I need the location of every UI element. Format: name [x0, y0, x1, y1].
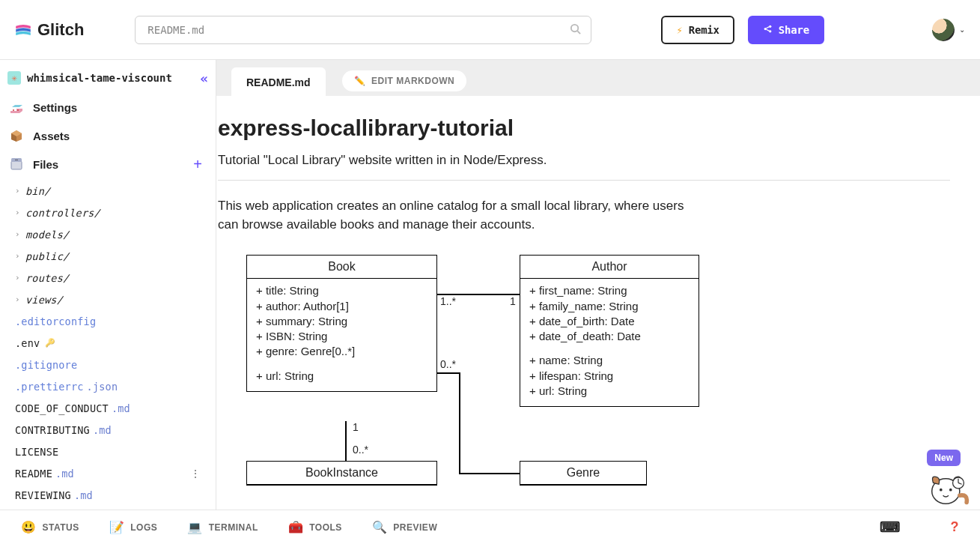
chevron-right-icon: › [15, 229, 22, 239]
file-item[interactable]: CODE_OF_CONDUCT.md⋮ [0, 397, 216, 419]
svg-point-3 [769, 25, 771, 27]
collapse-sidebar-icon[interactable]: « [200, 70, 208, 86]
uml-author-title: Author [520, 256, 699, 279]
assets-label: Assets [33, 130, 70, 142]
project-selector[interactable]: ✳ whimsical-tame-viscount « [0, 63, 216, 93]
svg-line-1 [578, 31, 581, 34]
doc-paragraph: This web application creates an online c… [218, 197, 704, 234]
bottom-bar: 😃STATUS 📝LOGS 💻TERMINAL 🧰TOOLS 🔍PREVIEW … [0, 510, 980, 544]
avatar [932, 19, 955, 41]
tab-readme[interactable]: README.md [231, 67, 326, 96]
chevron-right-icon: › [15, 273, 22, 282]
uml-mult-book-instance-one: 1 [351, 421, 360, 433]
uml-bookinstance-title: BookInstance [247, 462, 436, 485]
file-item[interactable]: .gitignore⋮ [0, 354, 216, 375]
file-item[interactable]: .prettierrc.json⋮ [0, 375, 216, 397]
edit-markdown-label: EDIT MARKDOWN [371, 76, 454, 86]
assets-icon [9, 128, 24, 143]
svg-point-4 [769, 30, 771, 32]
new-badge[interactable]: New [927, 450, 961, 466]
file-tree: › bin/› controllers/› models/› public/› … [0, 178, 216, 510]
file-item[interactable]: .env🔑⋮ [0, 332, 216, 354]
file-more-icon[interactable]: ⋮ [191, 468, 201, 479]
svg-point-7 [13, 109, 14, 111]
preview-icon: 🔍 [372, 520, 388, 534]
lightning-icon: ⚡ [676, 24, 682, 36]
keyboard-shortcuts-button[interactable]: ⌨︎ [880, 519, 898, 536]
search-field-wrap [135, 16, 591, 44]
add-file-button[interactable]: + [193, 156, 207, 173]
logs-icon: 📝 [109, 520, 125, 534]
chevron-right-icon: › [15, 208, 22, 217]
uml-mult-book-author-left: 1..* [439, 295, 457, 307]
tab-bar: README.md ✏️ EDIT MARKDOWN [216, 60, 980, 96]
folder-item[interactable]: › views/ [0, 288, 216, 310]
project-icon: ✳ [7, 71, 21, 85]
share-label: Share [779, 24, 809, 36]
remix-label: Remix [689, 24, 719, 36]
sidebar-settings[interactable]: Settings [0, 93, 216, 121]
uml-class-book: Book + title: String+ author: Author[1]+… [246, 255, 437, 392]
folder-item[interactable]: › models/ [0, 223, 216, 245]
file-item[interactable]: REVIEWING.md⋮ [0, 484, 216, 506]
preview-button[interactable]: 🔍PREVIEW [372, 520, 437, 534]
document-viewer: express-locallibrary-tutorial Tutorial "… [216, 96, 980, 510]
terminal-icon: 💻 [187, 520, 203, 534]
doc-title: express-locallibrary-tutorial [218, 115, 950, 141]
doc-subtitle: Tutorial "Local Library" website written… [218, 153, 950, 181]
user-menu[interactable]: ⌄ [932, 19, 965, 41]
project-name: whimsical-tame-viscount [27, 72, 194, 84]
share-button[interactable]: Share [748, 16, 824, 44]
uml-book-title: Book [247, 256, 436, 279]
svg-rect-11 [15, 160, 18, 160]
svg-line-6 [766, 29, 769, 31]
uml-genre-title: Genre [520, 462, 646, 485]
top-nav: Glitch ⚡ Remix Share ⌄ [0, 0, 980, 60]
chevron-right-icon: › [15, 186, 22, 196]
file-item[interactable]: .editorconfig⋮ [0, 310, 216, 332]
glitch-logo[interactable]: Glitch [15, 20, 84, 40]
sidebar: ✳ whimsical-tame-viscount « Settings Ass… [0, 60, 216, 510]
pencil-icon: ✏️ [354, 76, 366, 86]
search-icon[interactable] [570, 23, 581, 37]
files-label: Files [33, 158, 58, 171]
folder-item[interactable]: › bin/ [0, 180, 216, 202]
folder-item[interactable]: › public/ [0, 245, 216, 267]
terminal-button[interactable]: 💻TERMINAL [187, 520, 258, 534]
files-icon [9, 157, 24, 172]
remix-button[interactable]: ⚡ Remix [661, 16, 734, 44]
uml-mult-book-instance-many: 0..* [351, 444, 370, 456]
tools-icon: 🧰 [288, 520, 304, 534]
chevron-down-icon: ⌄ [959, 25, 965, 34]
svg-rect-9 [11, 161, 22, 169]
search-input[interactable] [135, 16, 591, 44]
file-item[interactable]: LICENSE⋮ [0, 441, 216, 462]
tools-button[interactable]: 🧰TOOLS [288, 520, 342, 534]
svg-line-5 [766, 26, 769, 28]
logs-button[interactable]: 📝LOGS [109, 520, 158, 534]
edit-markdown-button[interactable]: ✏️ EDIT MARKDOWN [342, 70, 467, 91]
sidebar-assets[interactable]: Assets [0, 121, 216, 150]
uml-mult-book-genre: 0..* [439, 358, 457, 370]
chevron-right-icon: › [15, 294, 22, 304]
status-icon: 😃 [21, 520, 37, 534]
chevron-right-icon: › [15, 251, 22, 261]
glitch-logo-icon [15, 24, 31, 36]
sidebar-files-header[interactable]: Files + [0, 150, 216, 178]
uml-diagram: Book + title: String+ author: Author[1]+… [218, 255, 950, 510]
help-button[interactable]: ? [951, 519, 960, 535]
uml-mult-book-author-right: 1 [508, 295, 517, 307]
settings-label: Settings [33, 101, 77, 114]
uml-class-bookinstance: BookInstance [246, 461, 437, 486]
content-pane: README.md ✏️ EDIT MARKDOWN express-local… [216, 60, 980, 510]
svg-point-0 [571, 24, 578, 31]
file-item[interactable]: CONTRIBUTING.md⋮ [0, 419, 216, 441]
uml-class-genre: Genre [520, 461, 647, 486]
share-icon [763, 24, 773, 36]
status-button[interactable]: 😃STATUS [21, 520, 79, 534]
folder-item[interactable]: › routes/ [0, 267, 216, 288]
uml-class-author: Author + first_name: String+ family_name… [520, 255, 699, 407]
key-icon: 🔑 [45, 338, 55, 348]
folder-item[interactable]: › controllers/ [0, 202, 216, 223]
file-item[interactable]: README.md⋮ [0, 462, 216, 484]
